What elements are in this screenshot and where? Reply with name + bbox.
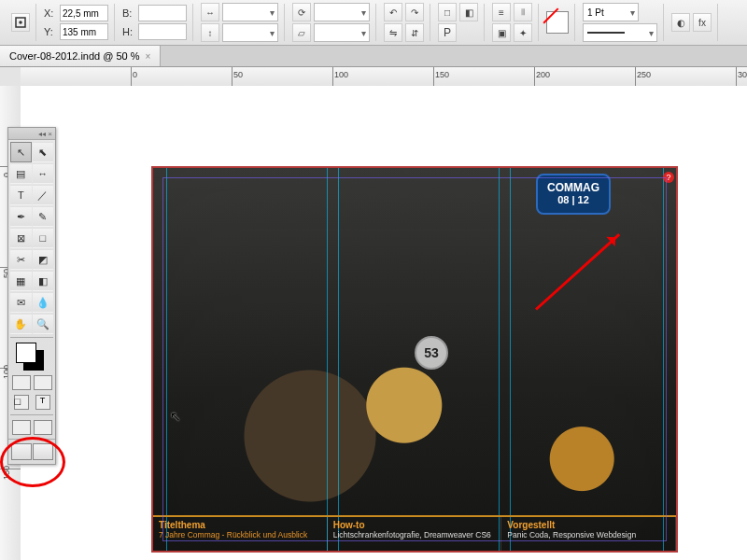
scale-y-dd[interactable]: [222, 23, 278, 42]
gradient-swatch-tool-icon[interactable]: ▦: [10, 271, 32, 291]
flip-block: ↶ ↷ ⇋ ⇵: [378, 4, 430, 41]
flip-v-icon[interactable]: ⇵: [405, 23, 424, 42]
opacity-icon[interactable]: ◐: [671, 13, 690, 32]
selection-tool-icon[interactable]: ↖: [10, 142, 32, 162]
y-label: Y:: [44, 26, 57, 37]
h-input[interactable]: [138, 23, 187, 40]
scale-x-icon[interactable]: ↔: [201, 3, 219, 21]
flip-h-icon[interactable]: ⇋: [384, 23, 402, 42]
reference-point-icon[interactable]: [11, 13, 30, 32]
direct-selection-tool-icon[interactable]: ⬉: [33, 142, 54, 162]
svg-point-1: [20, 21, 21, 23]
free-transform-tool-icon[interactable]: ◩: [33, 249, 54, 270]
h-label: H:: [122, 26, 135, 37]
footer-title-2: Vorgestellt: [507, 520, 669, 530]
format-text-icon[interactable]: T: [35, 395, 50, 410]
scale-y-icon[interactable]: ↕: [201, 23, 219, 42]
rotate-cw-icon[interactable]: ↷: [405, 3, 424, 21]
page-tool-icon[interactable]: ▤: [10, 163, 32, 184]
effects-icon[interactable]: ✦: [514, 23, 532, 42]
fill-swatch-none-icon[interactable]: [546, 11, 569, 34]
pencil-tool-icon[interactable]: ✎: [33, 206, 54, 227]
format-container-icon[interactable]: □: [14, 395, 29, 410]
screen-mode-normal-icon[interactable]: [11, 443, 32, 460]
scissors-tool-icon[interactable]: ✂: [10, 249, 32, 270]
size-block: B: H:: [117, 4, 193, 41]
y-input[interactable]: [60, 23, 108, 40]
shear-dd[interactable]: [314, 23, 370, 42]
close-tab-icon[interactable]: ×: [146, 51, 151, 62]
view-mode-row-1: [10, 418, 53, 437]
rectangle-frame-tool-icon[interactable]: ⊠: [10, 228, 32, 248]
overset-text-icon[interactable]: ?: [663, 172, 674, 183]
document-tab[interactable]: Cover-08-2012.indd @ 50 % ×: [0, 46, 161, 66]
footer-sub-1: Lichtschrankenfotografie, Dreamweaver CS…: [333, 530, 496, 539]
pen-tool-icon[interactable]: ✒: [10, 206, 32, 227]
footer-col-titelthema[interactable]: Titelthema 7 Jahre Commag - Rückblick un…: [153, 517, 328, 551]
footer-sub-0: 7 Jahre Commag - Rückblick und Ausblick: [159, 530, 321, 539]
type-tool-icon[interactable]: T: [10, 185, 32, 205]
align-icon[interactable]: ≡: [492, 3, 511, 21]
badge-issue: 08 | 12: [547, 194, 599, 206]
ruler-corner: [0, 67, 21, 87]
footer-col-vorgestellt[interactable]: Vorgestellt Panic Coda, Responsive Webde…: [501, 517, 676, 551]
apply-color-icon[interactable]: [12, 375, 31, 390]
ruler-horizontal[interactable]: 050100150200250300: [21, 67, 747, 87]
footer-col-howto[interactable]: How-to Lichtschrankenfotografie, Dreamwe…: [328, 517, 502, 551]
tools-panel-header[interactable]: ◂◂ ×: [8, 128, 55, 140]
line-tool-icon[interactable]: ／: [33, 185, 54, 205]
fill-stroke-control[interactable]: [10, 341, 53, 372]
document-tab-strip: Cover-08-2012.indd @ 50 % ×: [0, 46, 747, 67]
w-label: B:: [122, 7, 135, 19]
scale-block: ↔ ↕: [195, 4, 285, 41]
preview-view-icon[interactable]: [34, 420, 52, 435]
control-bar: X: Y: B: H: ↔ ↕ ⟳ ▱ ↶ ↷ ⇋ ⇵: [0, 0, 747, 46]
paragraph-icon[interactable]: P: [438, 23, 457, 42]
wrap-icon[interactable]: ▣: [492, 23, 511, 42]
select-container-icon[interactable]: □: [438, 3, 457, 21]
stroke-weight-dd[interactable]: 1 Pt: [583, 3, 639, 21]
scale-x-dd[interactable]: [222, 3, 278, 21]
arrange-block: ≡ ⦀ ▣ ✦: [486, 4, 539, 41]
zoom-tool-icon[interactable]: 🔍: [33, 314, 54, 334]
screen-mode-buttons: [8, 439, 55, 464]
normal-view-icon[interactable]: [12, 420, 31, 435]
select-content-icon[interactable]: ◧: [459, 3, 478, 21]
rotate-dd[interactable]: [314, 3, 370, 21]
rotate-icon[interactable]: ⟳: [292, 3, 311, 21]
gap-tool-icon[interactable]: ↔: [33, 163, 54, 184]
shear-icon[interactable]: ▱: [292, 23, 311, 42]
canvas[interactable]: COMMAG 08 | 12 ? 53 ↖ Titelthema 7 Jahre…: [21, 86, 747, 560]
reference-point-block: [6, 4, 36, 41]
race-number-badge: 53: [415, 336, 448, 370]
x-input[interactable]: [60, 5, 108, 21]
eyedropper-tool-icon[interactable]: 💧: [33, 292, 54, 313]
footer-title-1: How-to: [333, 520, 496, 530]
distribute-icon[interactable]: ⦀: [514, 3, 532, 21]
document-tab-label: Cover-08-2012.indd @ 50 %: [9, 50, 140, 62]
issue-badge[interactable]: COMMAG 08 | 12: [536, 174, 611, 215]
screen-mode-preview-icon[interactable]: [33, 443, 53, 460]
hand-tool-icon[interactable]: ✋: [10, 314, 32, 334]
stroke-block: 1 Pt: [577, 4, 664, 41]
fill-block: [541, 4, 575, 41]
misc-block: ◐ fx: [666, 4, 718, 41]
cursor-icon: ↖: [170, 409, 181, 424]
gradient-feather-tool-icon[interactable]: ◧: [33, 271, 54, 291]
note-tool-icon[interactable]: ✉: [10, 292, 32, 313]
object-block: □ ◧ P: [432, 4, 485, 41]
position-block: X: Y:: [38, 4, 115, 41]
x-label: X:: [44, 7, 57, 19]
w-input[interactable]: [138, 5, 187, 21]
workspace: 050100150200250300 050100150200 COMMAG 0…: [0, 67, 747, 560]
footer-title-0: Titelthema: [159, 520, 321, 530]
document-page[interactable]: COMMAG 08 | 12 ? 53 ↖ Titelthema 7 Jahre…: [151, 166, 678, 553]
rotate-ccw-icon[interactable]: ↶: [384, 3, 402, 21]
rectangle-tool-icon[interactable]: □: [33, 228, 54, 248]
color-mode-row: [10, 373, 53, 392]
fill-color-icon[interactable]: [16, 343, 36, 363]
stroke-style-dd[interactable]: [583, 23, 657, 42]
fx-icon[interactable]: fx: [693, 13, 712, 32]
apply-gradient-icon[interactable]: [34, 375, 52, 390]
tools-panel[interactable]: ◂◂ × ↖ ⬉ ▤ ↔ T ／ ✒ ✎ ⊠ □ ✂ ◩ ▦ ◧ ✉ 💧 ✋ 🔍: [7, 127, 56, 465]
